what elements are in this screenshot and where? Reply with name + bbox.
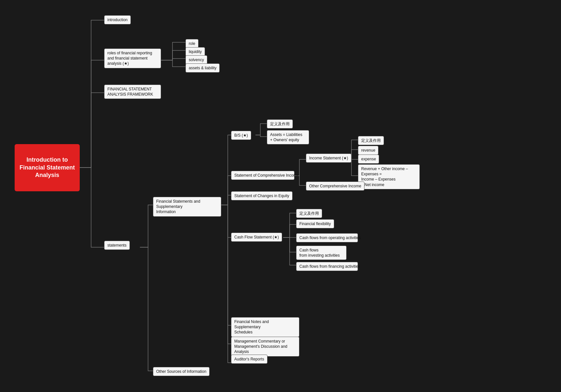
solvency-node: solvency: [185, 55, 207, 64]
statements-node: statements: [104, 241, 130, 250]
cash-flow-node: Cash Flow Statement (★): [231, 233, 282, 242]
changes-equity-node: Statement of Changes in Equity: [231, 191, 293, 200]
mind-map: Introduction to Financial Statement Anal…: [0, 0, 561, 392]
bs-def-node: 定义及作用: [267, 119, 293, 128]
fin-flexibility-node: Financial flexibility: [296, 219, 334, 228]
cash-investing-node: Cash flows from investing activities: [296, 246, 347, 260]
roles-node: roles of financial reporting and financi…: [104, 48, 161, 68]
revenue-node: revenue: [358, 146, 378, 155]
auditor-node: Auditor's Reports: [231, 355, 267, 364]
fin-statements-supp-node: Financial Statements and Supplementary I…: [153, 197, 221, 217]
other-comp-income-node: Other Comprehensive Income: [306, 182, 364, 191]
framework-node: FINANCIAL STATEMENT ANALYSIS FRAMEWORK: [104, 85, 161, 99]
root-node: Introduction to Financial Statement Anal…: [15, 144, 80, 191]
assets-liability-node: assets & liability: [185, 63, 220, 73]
fin-notes-node: Financial Notes and Supplementary Schedu…: [231, 317, 299, 337]
income-def-node: 定义及作用: [358, 136, 384, 145]
introduction-node: introduction: [104, 15, 131, 24]
other-sources-node: Other Sources of Information: [153, 367, 210, 376]
expense-node: expense: [358, 155, 379, 164]
cash-operating-node: Cash flows from operating activities: [296, 233, 358, 242]
comp-income-node: Statement of Comprehensive Income: [231, 171, 294, 180]
bs-node: B/S (★): [231, 131, 251, 140]
liquidity-node: liquidity: [185, 47, 205, 56]
bs-eq-node: Assets = Liabilities + Owners' equity: [267, 130, 309, 144]
cash-financing-node: Cash flows from financing activities: [296, 262, 358, 271]
income-stmt-node: Income Statement (★): [306, 154, 351, 163]
cash-def-node: 定义及作用: [296, 209, 322, 218]
mgmt-commentary-node: Management Commentary or Management's Di…: [231, 337, 299, 357]
role-node: role: [185, 39, 198, 48]
income-formula-node: Revenue + Other income – Expenses = Inco…: [358, 164, 420, 189]
